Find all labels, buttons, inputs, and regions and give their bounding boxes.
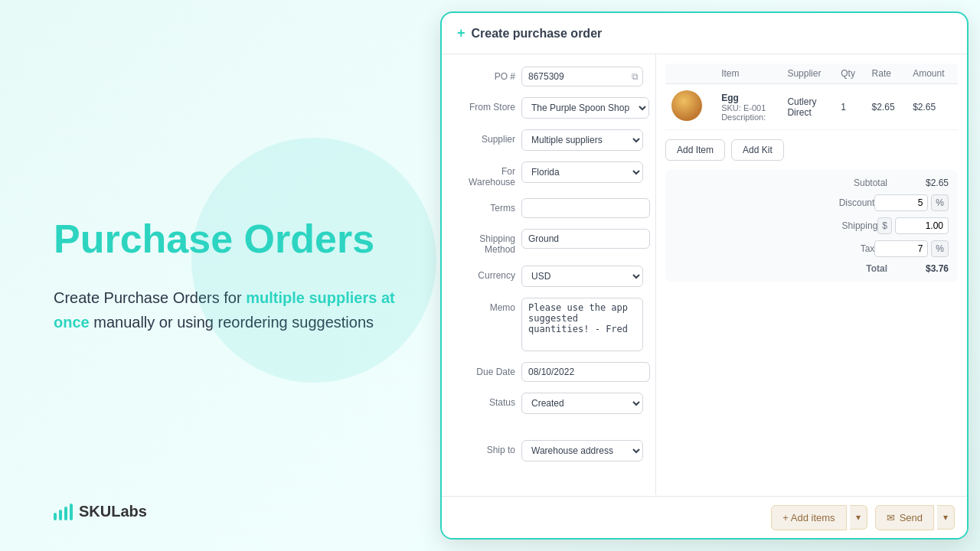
po-input-wrap: ⧉	[521, 67, 643, 86]
item-rate: $2.65	[872, 102, 901, 112]
status-row: Status Created Draft Sent Received	[454, 393, 643, 414]
currency-row: Currency USD	[454, 266, 643, 287]
logo-bar-3	[64, 507, 67, 520]
item-name: Egg	[721, 93, 775, 103]
supplier-label: Supplier	[454, 129, 515, 145]
ship-to-select[interactable]: Warehouse address	[521, 440, 643, 461]
ship-to-label: Ship to	[454, 440, 515, 455]
for-warehouse-label: ForWarehouse	[454, 161, 515, 187]
shipping-method-label: ShippingMethod	[454, 229, 515, 255]
form-right: Item Supplier Qty Rate Amount Egg	[656, 54, 967, 495]
logo-labs: Labs	[111, 503, 147, 520]
memo-textarea[interactable]: Please use the app suggested quantities!…	[521, 298, 643, 351]
due-date-row: Due Date	[454, 362, 643, 382]
logo-text: SKULabs	[79, 503, 147, 520]
col-img	[665, 64, 715, 84]
shipping-input-wrap: $	[877, 217, 949, 234]
shipping-method-input[interactable]	[521, 229, 650, 249]
modal-title: Create purchase order	[472, 27, 603, 41]
item-details-cell: Egg SKU: E-001 Description:	[715, 84, 781, 130]
discount-input-wrap: %	[874, 194, 949, 211]
form-left: PO # ⧉ From Store The Purple Spoon Shop …	[442, 54, 656, 495]
shipping-row: Shipping $	[675, 217, 949, 234]
logo: SKULabs	[54, 503, 147, 520]
item-supplier-cell: CutleryDirect	[781, 84, 835, 130]
logo-bar-2	[59, 510, 62, 520]
shipping-label: Shipping	[675, 220, 877, 231]
status-select[interactable]: Created Draft Sent Received	[521, 393, 643, 414]
currency-label: Currency	[454, 266, 515, 281]
item-thumbnail	[671, 90, 702, 121]
from-store-label: From Store	[454, 97, 515, 112]
tax-input-wrap: %	[874, 240, 949, 257]
tax-label: Tax	[675, 243, 874, 254]
logo-icon	[54, 504, 73, 520]
tax-unit: %	[931, 240, 949, 257]
add-item-button[interactable]: Add Item	[665, 139, 725, 161]
plus-icon: +	[457, 25, 466, 41]
discount-input[interactable]	[874, 194, 928, 211]
add-kit-button[interactable]: Add Kit	[731, 139, 784, 161]
col-item: Item	[715, 64, 781, 84]
for-warehouse-row: ForWarehouse Florida	[454, 161, 643, 187]
send-button[interactable]: ✉ Send	[875, 505, 934, 530]
terms-label: Terms	[454, 198, 515, 214]
modal-footer: + Add items ▾ ✉ Send ▾	[442, 496, 967, 538]
tax-input[interactable]	[874, 240, 928, 257]
table-row: Egg SKU: E-001 Description: CutleryDirec…	[665, 84, 958, 130]
item-amount-cell: $2.65	[906, 84, 958, 130]
item-sku: SKU: E-001	[721, 103, 775, 112]
send-dropdown-arrow[interactable]: ▾	[937, 505, 955, 530]
total-value: $3.76	[887, 263, 949, 274]
memo-row: Memo Please use the app suggested quanti…	[454, 298, 643, 351]
item-supplier: CutleryDirect	[787, 96, 828, 118]
ship-to-row: Ship to Warehouse address	[454, 440, 643, 461]
decorative-circle	[191, 138, 436, 383]
col-amount: Amount	[906, 64, 958, 84]
subtotal-row: Subtotal $2.65	[675, 178, 949, 188]
send-label: Send	[900, 512, 923, 523]
total-label: Total	[675, 263, 887, 274]
add-buttons-row: Add Item Add Kit	[665, 139, 958, 161]
discount-row: Discount %	[675, 194, 949, 211]
terms-input[interactable]	[521, 198, 650, 218]
add-items-dropdown-arrow[interactable]: ▾	[850, 505, 867, 530]
po-row: PO # ⧉	[454, 67, 643, 86]
modal-panel: + Create purchase order PO # ⧉ From Stor…	[440, 11, 969, 540]
modal-body: PO # ⧉ From Store The Purple Spoon Shop …	[442, 54, 967, 495]
item-amount: $2.65	[913, 102, 952, 112]
for-warehouse-select[interactable]: Florida	[521, 161, 643, 183]
left-panel: Purchase Orders Create Purchase Orders f…	[0, 0, 452, 551]
currency-select[interactable]: USD	[521, 266, 643, 287]
item-rate-cell: $2.65	[866, 84, 907, 130]
item-description: Description:	[721, 112, 775, 122]
copy-icon[interactable]: ⧉	[632, 71, 639, 82]
col-rate: Rate	[866, 64, 907, 84]
dollar-prefix: $	[877, 217, 892, 234]
add-items-label: + Add items	[782, 512, 835, 523]
status-label: Status	[454, 393, 515, 408]
shipping-input[interactable]	[895, 217, 949, 234]
terms-row: Terms	[454, 198, 643, 218]
from-store-select[interactable]: The Purple Spoon Shop	[521, 97, 649, 119]
po-input[interactable]	[521, 67, 643, 86]
discount-unit: %	[931, 194, 949, 211]
po-label: PO #	[454, 67, 515, 82]
tax-row: Tax %	[675, 240, 949, 257]
memo-label: Memo	[454, 298, 515, 313]
col-qty: Qty	[835, 64, 865, 84]
total-row: Total $3.76	[675, 263, 949, 274]
logo-bar-1	[54, 513, 57, 520]
item-qty-cell: 1	[835, 84, 865, 130]
due-date-input[interactable]	[521, 362, 650, 382]
logo-bar-4	[70, 504, 73, 520]
subtotal-value: $2.65	[887, 178, 949, 188]
supplier-select[interactable]: Multiple suppliers	[521, 129, 643, 151]
discount-label: Discount	[675, 197, 874, 208]
supplier-row: Supplier Multiple suppliers	[454, 129, 643, 151]
send-icon: ✉	[887, 512, 895, 523]
logo-sku: SKU	[79, 503, 111, 520]
add-items-button[interactable]: + Add items	[771, 505, 846, 530]
col-supplier: Supplier	[781, 64, 835, 84]
modal-header: + Create purchase order	[442, 13, 967, 54]
